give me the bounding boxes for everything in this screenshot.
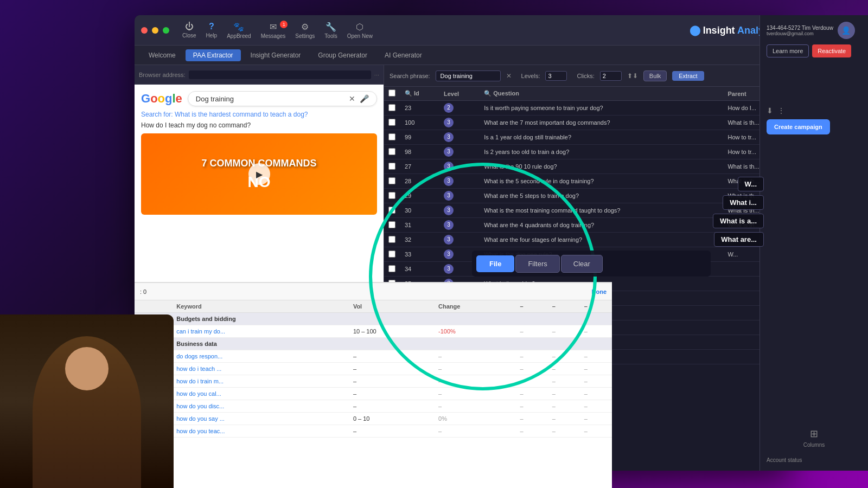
ads-keyword: can i train my do... [172, 325, 326, 338]
row-id: 23 [400, 101, 439, 115]
tab-group-generator[interactable]: Group Generator [310, 49, 375, 61]
clicks-input[interactable] [600, 71, 622, 81]
data-toolbar: Search phrase: ✕ Levels: Clicks: ⬆⬇ Bulk… [384, 65, 791, 87]
ads-col-vol: Vol [349, 300, 434, 313]
toolbar-help[interactable]: ? Help [206, 22, 218, 38]
btn-learn-more[interactable]: Learn more [767, 44, 809, 57]
table-row[interactable]: 23 2 Is it worth paying someone to train… [384, 101, 791, 115]
toolbar-tools[interactable]: 🔧 Tools [324, 22, 337, 39]
toolbar-messages[interactable]: ✉ 1 Messages [261, 22, 286, 39]
more-options-icon[interactable]: ⋮ [777, 106, 785, 115]
row-question: Is it worth paying someone to train your… [480, 101, 723, 115]
search-phrase-clear-icon[interactable]: ✕ [506, 72, 512, 80]
row-checkbox[interactable] [384, 174, 400, 189]
row-id: 99 [400, 130, 439, 145]
row-checkbox[interactable] [384, 115, 400, 130]
maximize-window-btn[interactable] [163, 27, 169, 34]
nav-tabs: Welcome PAA Extractor Insight Generator … [135, 46, 791, 65]
select-all-checkbox[interactable] [388, 89, 395, 97]
ads-change: – [434, 400, 516, 413]
ads-col7: – [580, 375, 612, 388]
table-row[interactable]: 28 3 What is the 5 second rule in dog tr… [384, 174, 791, 189]
ads-row: can i train my do... 10 – 100 -100% – – … [135, 325, 612, 338]
account-status: Account status [767, 454, 861, 464]
row-question: What are the four stages of learning? [480, 233, 723, 247]
minimize-window-btn[interactable] [152, 27, 158, 34]
tab-ai-generator[interactable]: AI Generator [377, 49, 430, 61]
table-row[interactable]: 100 3 What are the 7 most important dog … [384, 115, 791, 130]
row-checkbox[interactable] [384, 145, 400, 159]
table-row[interactable]: 27 3 What is the 90 10 rule dog? What is… [384, 159, 791, 174]
ads-keyword: how do you disc... [172, 400, 326, 413]
row-checkbox[interactable] [384, 203, 400, 218]
ads-category-row[interactable]: ▼ Budgets and bidding [135, 313, 612, 325]
btn-filters[interactable]: Filters [515, 255, 559, 273]
clicks-adjust-icon[interactable]: ⬆⬇ [627, 72, 638, 80]
search-question: How do I teach my dog no command? [141, 121, 377, 129]
btn-bulk[interactable]: Bulk [643, 70, 667, 81]
ads-col7: – [580, 350, 612, 363]
columns-icon[interactable]: ⊞ [810, 428, 818, 440]
row-level: 3 [439, 203, 480, 218]
ads-category-row[interactable]: ▼ Business data [135, 338, 612, 350]
search-bar[interactable]: Dog training ✕ 🎤 [188, 91, 377, 106]
row-checkbox[interactable] [384, 262, 400, 277]
row-id: 100 [400, 115, 439, 130]
tab-paa-extractor[interactable]: PAA Extractor [186, 49, 241, 61]
row-level: 3 [439, 174, 480, 189]
search-clear-icon[interactable]: ✕ [349, 94, 355, 103]
levels-input[interactable] [545, 71, 567, 81]
tab-insight-generator[interactable]: Insight Generator [243, 49, 309, 61]
close-window-btn[interactable] [141, 27, 148, 34]
btn-reactivate[interactable]: Reactivate [812, 44, 851, 57]
btn-create-campaign[interactable]: Create campaign [767, 119, 830, 134]
webcam-face [0, 314, 174, 488]
ads-col6: – [548, 413, 580, 425]
right-sidebar: 134-464-5272 Tim Verdouw tverdouw@gmail.… [760, 15, 868, 471]
ads-col5: – [516, 350, 548, 363]
ads-col7: – [580, 388, 612, 400]
toolbar: ⏻ Close ? Help 🐾 AppBreed ✉ 1 Messages ⚙… [182, 22, 685, 39]
row-checkbox[interactable] [384, 233, 400, 247]
toolbar-close[interactable]: ⏻ Close [182, 22, 196, 38]
row-checkbox[interactable] [384, 130, 400, 145]
ads-col5: – [516, 413, 548, 425]
ads-row: how do you say ... 0 – 10 0% – – – [135, 413, 612, 425]
address-more-btn[interactable]: ··· [374, 72, 379, 78]
tab-welcome[interactable]: Welcome [141, 49, 183, 61]
ads-change: – [434, 363, 516, 375]
address-input[interactable] [189, 70, 371, 79]
table-row[interactable]: 98 3 Is 2 years too old to train a dog? … [384, 145, 791, 159]
file-filters-bar: File Filters Clear [472, 251, 711, 277]
toolbar-appbreed[interactable]: 🐾 AppBreed [227, 22, 251, 39]
row-id: 98 [400, 145, 439, 159]
video-play-btn[interactable]: ▶ [248, 163, 270, 185]
row-level: 3 [439, 233, 480, 247]
search-query: Dog training [196, 95, 344, 103]
table-row[interactable]: 99 3 Is a 1 year old dog still trainable… [384, 130, 791, 145]
search-mic-icon[interactable]: 🎤 [360, 94, 369, 103]
row-checkbox[interactable] [384, 218, 400, 233]
download-icon[interactable]: ⬇ [767, 106, 773, 115]
video-thumbnail[interactable]: 7 COMMON COMMANDS ▶ NO [141, 133, 377, 215]
ads-change: 0% [434, 413, 516, 425]
row-checkbox[interactable] [384, 159, 400, 174]
ads-row: how do i teach ... – – – – – [135, 363, 612, 375]
columns-widget: ⊞ Columns [767, 428, 861, 448]
search-phrase-input[interactable] [436, 70, 501, 81]
toolbar-open-new[interactable]: ⬡ Open New [347, 22, 373, 39]
sidebar-icon-row: ⬇ ⋮ [767, 106, 861, 115]
ads-vol: – [349, 350, 434, 363]
btn-clear[interactable]: Clear [561, 255, 603, 273]
btn-extract[interactable]: Extract [672, 71, 704, 81]
row-checkbox[interactable] [384, 247, 400, 262]
search-phrase-label: Search phrase: [390, 73, 430, 79]
ads-row: how do you teac... – – – – – [135, 425, 612, 438]
row-checkbox[interactable] [384, 189, 400, 203]
ads-col6: – [548, 400, 580, 413]
google-header: Google Dog training ✕ 🎤 [141, 91, 377, 106]
btn-file[interactable]: File [476, 255, 514, 272]
row-checkbox[interactable] [384, 101, 400, 115]
avatar: 👤 [838, 22, 855, 39]
toolbar-settings[interactable]: ⚙ Settings [295, 22, 315, 39]
